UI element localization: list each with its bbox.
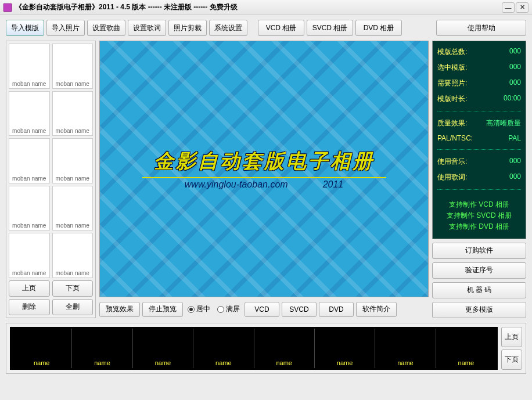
template-list-panel: moban namemoban namemoban namemoban name… bbox=[6, 41, 96, 318]
dvd-button[interactable]: DVD bbox=[319, 302, 354, 317]
machine-code-button[interactable]: 机 器 码 bbox=[432, 282, 526, 298]
template-thumb[interactable]: moban name bbox=[52, 44, 94, 89]
template-thumb[interactable]: moban name bbox=[52, 233, 94, 278]
filmstrip-cell[interactable]: name bbox=[254, 329, 315, 368]
set-music-button[interactable]: 设置歌曲 bbox=[87, 20, 125, 36]
template-thumb[interactable]: moban name bbox=[9, 44, 50, 89]
filmstrip-cell[interactable]: name bbox=[72, 329, 132, 368]
dvd-album-button[interactable]: DVD 相册 bbox=[355, 20, 402, 36]
stop-preview-button[interactable]: 停止预览 bbox=[142, 302, 183, 317]
main-toolbar: 导入模版 导入照片 设置歌曲 设置歌词 照片剪裁 系统设置 VCD 相册 SVC… bbox=[0, 15, 532, 41]
window-title: 《金影自动套版电子相册》2011 - 4.5 版本 ------ 未注册版 --… bbox=[15, 2, 502, 12]
titlebar: 《金影自动套版电子相册》2011 - 4.5 版本 ------ 未注册版 --… bbox=[0, 0, 532, 15]
filmstrip-cell[interactable]: name bbox=[315, 329, 375, 368]
filmstrip-cell[interactable]: name bbox=[12, 329, 72, 368]
template-thumb[interactable]: moban name bbox=[52, 138, 94, 183]
preview-toolbar: 预览效果 停止预览 居中 满屏 VCD SVCD DVD 软件简介 bbox=[99, 301, 429, 318]
center-radio[interactable]: 居中 bbox=[188, 304, 210, 314]
prev-page-button[interactable]: 上页 bbox=[9, 280, 50, 297]
about-button[interactable]: 软件简介 bbox=[356, 302, 397, 317]
fullscreen-radio[interactable]: 满屏 bbox=[217, 304, 240, 314]
info-panel: 模版总数:000 选中模版:000 需要照片:000 模版时长:00:00 质量… bbox=[432, 41, 526, 239]
template-thumb[interactable]: moban name bbox=[9, 186, 50, 231]
template-thumb[interactable]: moban name bbox=[9, 91, 50, 136]
delete-button[interactable]: 删除 bbox=[9, 299, 50, 315]
set-lyrics-button[interactable]: 设置歌词 bbox=[128, 20, 166, 36]
delete-all-button[interactable]: 全删 bbox=[52, 299, 94, 315]
app-icon bbox=[3, 3, 12, 12]
vcd-album-button[interactable]: VCD 相册 bbox=[258, 20, 304, 36]
crop-photo-button[interactable]: 照片剪裁 bbox=[168, 20, 207, 36]
filmstrip-prev-button[interactable]: 上页 bbox=[501, 327, 522, 347]
next-page-button[interactable]: 下页 bbox=[52, 280, 94, 297]
svcd-album-button[interactable]: SVCD 相册 bbox=[307, 20, 353, 36]
filmstrip-cell[interactable]: name bbox=[193, 329, 254, 368]
buy-button[interactable]: 订购软件 bbox=[432, 243, 526, 259]
system-settings-button[interactable]: 系统设置 bbox=[209, 20, 247, 36]
vcd-button[interactable]: VCD bbox=[245, 302, 279, 317]
filmstrip-cell[interactable]: name bbox=[375, 329, 436, 368]
help-button[interactable]: 使用帮助 bbox=[436, 20, 526, 36]
template-thumb[interactable]: moban name bbox=[52, 186, 94, 231]
import-template-button[interactable]: 导入模版 bbox=[6, 20, 44, 36]
template-thumb[interactable]: moban name bbox=[9, 233, 50, 278]
template-thumb[interactable]: moban name bbox=[9, 138, 50, 183]
filmstrip-panel: namenamenamenamenamenamenamename 上页 下页 bbox=[6, 323, 526, 374]
close-button[interactable]: ✕ bbox=[516, 2, 529, 13]
filmstrip: namenamenamenamenamenamenamename bbox=[10, 327, 498, 370]
logo-text: 金影自动套版电子相册 bbox=[154, 148, 375, 175]
filmstrip-next-button[interactable]: 下页 bbox=[501, 349, 522, 370]
svcd-button[interactable]: SVCD bbox=[282, 302, 317, 317]
preview-effect-button[interactable]: 预览效果 bbox=[99, 302, 140, 317]
preview-area: 金影自动套版电子相册 www.yinglou-taoban.com 2011 bbox=[99, 41, 429, 297]
support-info: 支持制作 VCD 相册 支持制作 SVCD 相册 支持制作 DVD 相册 bbox=[437, 199, 521, 233]
template-thumb[interactable]: moban name bbox=[52, 91, 94, 136]
filmstrip-cell[interactable]: name bbox=[436, 329, 496, 368]
import-photo-button[interactable]: 导入照片 bbox=[46, 20, 85, 36]
more-templates-button[interactable]: 更多模版 bbox=[432, 302, 526, 318]
verify-serial-button[interactable]: 验证序号 bbox=[432, 262, 526, 279]
logo-url: www.yinglou-taoban.com 2011 bbox=[142, 177, 386, 190]
filmstrip-cell[interactable]: name bbox=[133, 329, 193, 368]
minimize-button[interactable]: — bbox=[502, 2, 515, 13]
